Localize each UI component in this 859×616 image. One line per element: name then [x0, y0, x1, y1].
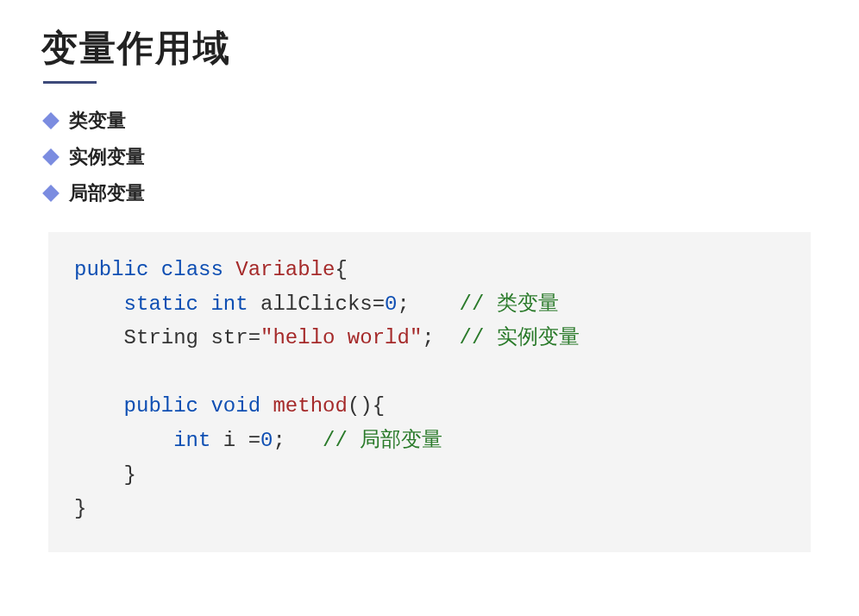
string: "hello world" — [260, 326, 422, 349]
number: 0 — [260, 429, 273, 452]
class-name: Variable — [235, 258, 335, 281]
title-underline — [43, 81, 97, 84]
brace: { — [335, 258, 347, 281]
keyword: static — [124, 292, 198, 316]
bullet-label: 实例变量 — [69, 144, 145, 170]
keyword: public — [124, 394, 198, 418]
identifier: allClicks= — [260, 292, 385, 316]
comment: // 局部变量 — [323, 429, 442, 452]
comment: // 类变量 — [460, 292, 559, 316]
method-name: method — [273, 394, 347, 418]
bullet-list: 类变量 实例变量 局部变量 — [45, 108, 818, 206]
bullet-label: 局部变量 — [69, 180, 145, 206]
page-title: 变量作用域 — [41, 24, 818, 72]
semicolon: ; — [273, 429, 285, 452]
bullet-label: 类变量 — [69, 108, 126, 134]
keyword: class — [161, 258, 223, 281]
comment: // 实例变量 — [460, 326, 580, 349]
parens: (){ — [348, 394, 385, 418]
list-item: 类变量 — [45, 108, 818, 134]
identifier: i = — [223, 429, 260, 452]
keyword: int — [173, 429, 210, 452]
semicolon: ; — [398, 292, 410, 316]
brace: } — [124, 463, 136, 487]
keyword: void — [210, 394, 260, 418]
keyword: int — [210, 292, 248, 316]
code-block: public class Variable{ static int allCli… — [48, 232, 811, 552]
list-item: 实例变量 — [45, 144, 818, 170]
semicolon: ; — [422, 326, 434, 349]
keyword: public — [74, 258, 148, 281]
identifier: String str= — [124, 326, 260, 349]
diamond-icon — [42, 112, 60, 129]
brace: } — [74, 497, 86, 520]
list-item: 局部变量 — [45, 180, 818, 206]
diamond-icon — [42, 185, 60, 202]
number: 0 — [385, 292, 397, 316]
diamond-icon — [42, 148, 60, 166]
